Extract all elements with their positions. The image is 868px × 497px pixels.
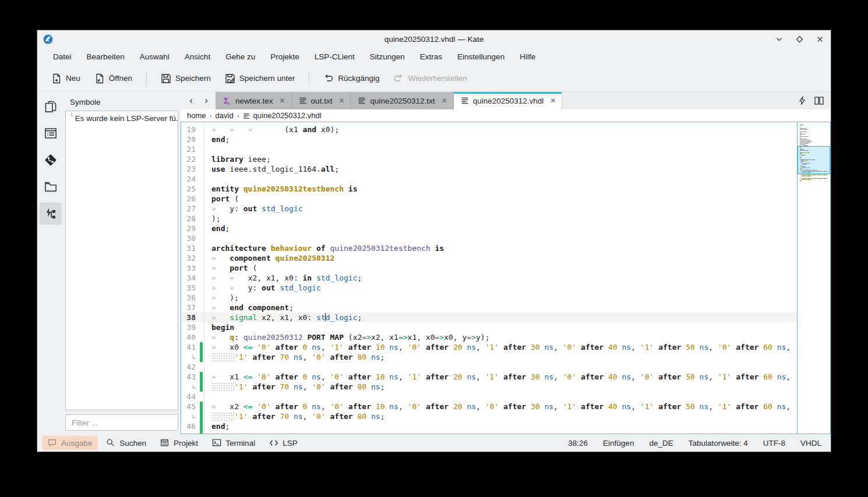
code-line-24[interactable]: 24 — [181, 174, 797, 184]
quick-open-icon[interactable] — [798, 96, 806, 105]
toolview-folder-button[interactable] — [40, 176, 62, 198]
breadcrumb-home[interactable]: home — [187, 111, 206, 120]
breadcrumb-david[interactable]: david — [216, 111, 234, 120]
marker-border — [199, 154, 204, 164]
code-line-44[interactable]: 44 — [181, 392, 797, 402]
statusbar: AusgabeSuchenProjektTerminalLSP 38:26 Ei… — [37, 434, 831, 452]
dictionary[interactable]: de_DE — [649, 439, 673, 448]
statusbar-lsp-button[interactable]: LSP — [263, 436, 304, 450]
code-line-36[interactable]: 36» ); — [181, 293, 797, 303]
tab-out.txt[interactable]: out.txt✕ — [292, 92, 351, 109]
menu-bearbeiten[interactable]: Bearbeiten — [79, 50, 132, 63]
code-line-46[interactable]: 46end; — [181, 421, 797, 431]
tab-prev-button[interactable]: ‹ — [184, 93, 198, 108]
save-button[interactable]: Speichern — [155, 69, 217, 88]
code-line-38[interactable]: 38» signal x2, x1, x0: std_logic; — [181, 313, 797, 322]
breadcrumb-file[interactable]: quine20250312.vhdl — [253, 111, 322, 120]
code-line-32[interactable]: 32» component quine20250312 — [181, 253, 797, 263]
menu-auswahl[interactable]: Auswahl — [132, 50, 177, 63]
code-line-35[interactable]: 35» » y: out std_logic — [181, 283, 797, 293]
split-view-icon[interactable] — [814, 97, 824, 105]
code-line-19[interactable]: 19» » » (x1 and x0); — [181, 125, 797, 134]
code-line-47[interactable]: 47 — [181, 431, 797, 434]
close-button[interactable] — [816, 36, 824, 43]
doc-new-button[interactable]: Neu — [45, 69, 86, 88]
symbols-tree[interactable]: └ Es wurde kein LSP-Server fü... — [65, 111, 178, 410]
code-line-wrap[interactable]: ↳ '1' after 70 ns, '0' after 80 ns; — [181, 382, 797, 392]
input-mode[interactable]: Einfügen — [603, 439, 634, 448]
code-line-41[interactable]: 41» x0 <= '0' after 0 ns, '1' after 10 n… — [181, 342, 797, 352]
code-line-31[interactable]: 31architecture behaviour of quine2025031… — [181, 243, 797, 253]
toolview-symbols-button[interactable] — [40, 203, 62, 225]
tab-width[interactable]: Tabulatorweite: 4 — [689, 439, 748, 448]
code-line-37[interactable]: 37» end component; — [181, 303, 797, 313]
statusbar-ausgabe-button[interactable]: Ausgabe — [42, 436, 98, 450]
code-line-25[interactable]: 25entity quine20250312testbench is — [181, 184, 797, 194]
cursor-position[interactable]: 38:26 — [568, 439, 588, 448]
menu-gehe-zu[interactable]: Gehe zu — [218, 50, 263, 63]
line-number: 35 — [181, 283, 199, 293]
code-line-22[interactable]: 22library ieee; — [181, 154, 797, 164]
line-number: 37 — [181, 303, 199, 313]
code-line-wrap[interactable]: ↳ '1' after 70 ns, '0' after 80 ns; — [181, 411, 797, 421]
tree-branch-glyph: └ — [69, 112, 74, 119]
code-line-45[interactable]: 45» x2 <= '0' after 0 ns, '0' after 10 n… — [181, 402, 797, 411]
statusbar-terminal-button[interactable]: Terminal — [206, 436, 261, 450]
undo-button[interactable]: Rückgängig — [317, 69, 385, 88]
code-line-43[interactable]: 43» x1 <= '0' after 0 ns, '0' after 10 n… — [181, 372, 797, 382]
code-line-40[interactable]: 40» q: quine20250312 PORT MAP (x2=>x2, x… — [181, 332, 797, 342]
code-text: » y: out std_logic — [204, 204, 797, 214]
code-line-29[interactable]: 29end; — [181, 223, 797, 233]
menu-projekte[interactable]: Projekte — [263, 50, 307, 63]
menu-hilfe[interactable]: Hilfe — [512, 50, 543, 63]
tab-close-icon[interactable]: ✕ — [550, 97, 556, 105]
minimap-scrollbar[interactable] — [797, 122, 830, 434]
minimize-button[interactable] — [775, 36, 783, 43]
code-line-30[interactable]: 30 — [181, 233, 797, 243]
code-line-39[interactable]: 39begin — [181, 322, 797, 332]
statusbar-panel-label: Suchen — [119, 439, 146, 448]
statusbar-projekt-button[interactable]: Projekt — [154, 436, 204, 450]
tab-close-icon[interactable]: ✕ — [338, 97, 344, 105]
menu-einstellungen[interactable]: Einstellungen — [450, 50, 512, 63]
maximize-button[interactable] — [796, 36, 803, 43]
code-line-wrap[interactable]: ↳ '1' after 70 ns, '0' after 80 ns; — [181, 352, 797, 362]
code-line-23[interactable]: 23use ieee.std_logic_1164.all; — [181, 164, 797, 174]
save-as-button[interactable]: Speichern unter — [219, 69, 301, 88]
menu-lsp-client[interactable]: LSP-CLient — [307, 50, 362, 63]
menu-ansicht[interactable]: Ansicht — [177, 50, 218, 63]
code-line-26[interactable]: 26port ( — [181, 194, 797, 204]
code-line-28[interactable]: 28); — [181, 214, 797, 223]
code-line-20[interactable]: 20end; — [181, 134, 797, 144]
syntax-mode[interactable]: VHDL — [800, 439, 821, 448]
minimap-viewport[interactable] — [798, 146, 830, 174]
symbols-tree-item[interactable]: └ Es wurde kein LSP-Server fü... — [69, 114, 174, 123]
tab-close-icon[interactable]: ✕ — [280, 97, 285, 105]
toolview-list-button[interactable] — [40, 122, 62, 144]
menu-sitzungen[interactable]: Sitzungen — [362, 50, 412, 63]
tab-close-icon[interactable]: ✕ — [442, 97, 447, 105]
code-line-42[interactable]: 42 — [181, 362, 797, 372]
tab-quine20250312.vhdl[interactable]: quine20250312.vhdl✕ — [454, 92, 563, 109]
code-line-34[interactable]: 34» » x2, x1, x0: in std_logic; — [181, 273, 797, 283]
code-line-21[interactable]: 21 — [181, 144, 797, 154]
menu-datei[interactable]: Datei — [45, 50, 79, 63]
toolview-documents-button[interactable] — [40, 95, 62, 118]
code-text: » q: quine20250312 PORT MAP (x2=>x2, x1=… — [204, 332, 797, 342]
encoding[interactable]: UTF-8 — [763, 439, 785, 448]
code-line-27[interactable]: 27» y: out std_logic — [181, 204, 797, 214]
tab-next-button[interactable]: › — [199, 93, 213, 108]
code-editor[interactable]: 19» » » (x1 and x0);20end;2122library ie… — [181, 122, 831, 434]
code-text: library ieee; — [204, 154, 797, 164]
toolbar-button-label: Rückgängig — [338, 74, 379, 83]
tab-newtex.tex[interactable]: Σxnewtex.tex✕ — [216, 92, 292, 109]
toolview-git-button[interactable] — [40, 149, 62, 171]
titlebar[interactable]: quine20250312.vhdl — Kate — [37, 30, 831, 48]
doc-open-button[interactable]: Öffnen — [89, 69, 138, 88]
menu-extras[interactable]: Extras — [412, 50, 450, 63]
tab-quine20250312.txt[interactable]: quine20250312.txt✕ — [351, 92, 453, 109]
statusbar-suchen-button[interactable]: Suchen — [100, 436, 152, 450]
symbols-filter-input[interactable]: Filter ... — [65, 414, 178, 431]
code-line-33[interactable]: 33» port ( — [181, 263, 797, 273]
code-text: end; — [204, 134, 797, 144]
